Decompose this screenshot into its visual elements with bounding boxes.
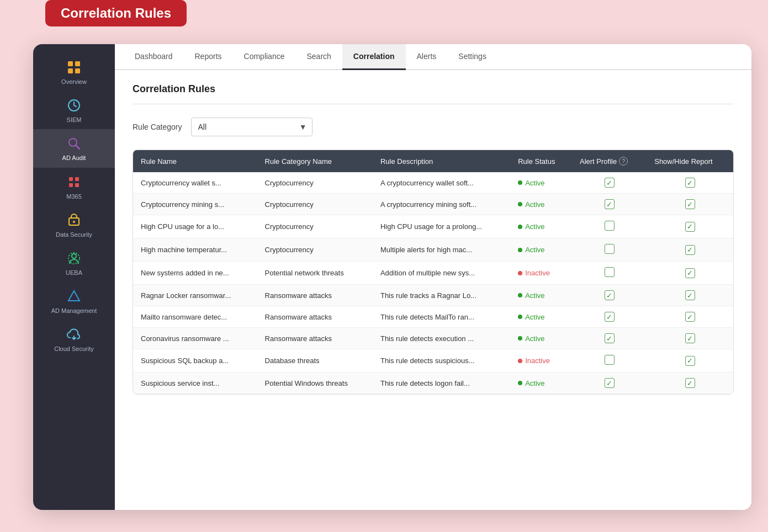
tab-reports[interactable]: Reports xyxy=(184,44,233,70)
siem-icon xyxy=(65,97,83,114)
nav-tabs: DashboardReportsComplianceSearchCorrelat… xyxy=(115,44,751,70)
th-alert-profile: Alert Profile? xyxy=(572,150,647,172)
alert-profile-checkbox[interactable] xyxy=(605,267,615,277)
sidebar-label-siem: SIEM xyxy=(67,116,82,124)
cell-show-hide: ✓ xyxy=(647,328,733,349)
cell-alert-profile: ✓ xyxy=(572,328,647,349)
page-divider xyxy=(133,104,734,104)
status-badge: Inactive xyxy=(518,357,550,365)
show-hide-checkbox[interactable]: ✓ xyxy=(685,222,695,232)
alert-profile-checkbox[interactable]: ✓ xyxy=(605,312,615,322)
th-rule-description: Rule Description xyxy=(373,150,510,172)
title-badge: Correlation Rules xyxy=(45,0,187,26)
svg-line-6 xyxy=(76,145,80,149)
cell-description: Multiple alerts for high mac... xyxy=(373,238,510,262)
sidebar-label-ueba: UEBA xyxy=(66,269,82,276)
sidebar-item-ueba[interactable]: UEBA xyxy=(33,244,115,282)
show-hide-checkbox[interactable]: ✓ xyxy=(685,178,695,188)
sidebar-label-cloud-security: Cloud Security xyxy=(54,345,94,353)
cloud-security-icon xyxy=(65,326,83,343)
sidebar-item-cloud-security[interactable]: Cloud Security xyxy=(33,320,115,358)
table-row: Cryptocurrency mining s...Cryptocurrency… xyxy=(133,194,733,215)
cell-description: Addition of multiple new sys... xyxy=(373,262,510,285)
status-badge: Inactive xyxy=(518,269,550,277)
cell-rule-name: New systems added in ne... xyxy=(133,262,257,285)
rules-table: Rule NameRule Category NameRule Descript… xyxy=(133,150,733,394)
sidebar-item-overview[interactable]: Overview xyxy=(33,53,115,91)
cell-category: Database threats xyxy=(257,349,373,373)
tab-search[interactable]: Search xyxy=(295,44,342,70)
status-text: Active xyxy=(525,200,544,209)
svg-rect-9 xyxy=(69,183,73,187)
cell-status: Active xyxy=(510,373,572,394)
th-alert-profile-wrapper: Alert Profile? xyxy=(580,157,639,166)
table-row: High machine temperatur...Cryptocurrency… xyxy=(133,238,733,262)
sidebar-item-ad-management[interactable]: AD Management xyxy=(33,282,115,320)
alert-profile-checkbox[interactable] xyxy=(605,355,615,365)
sidebar-item-m365[interactable]: M365 xyxy=(33,168,115,206)
status-text: Active xyxy=(525,179,544,187)
show-hide-checkbox[interactable]: ✓ xyxy=(685,268,695,278)
filter-row: Rule Category AllCryptocurrencyPotential… xyxy=(133,118,734,136)
status-dot xyxy=(518,315,522,319)
help-icon[interactable]: ? xyxy=(619,157,628,166)
svg-rect-10 xyxy=(75,183,79,187)
status-badge: Active xyxy=(518,291,544,300)
sidebar-item-data-security[interactable]: Data Security xyxy=(33,206,115,244)
table-row: Cryptocurrency wallet s...Cryptocurrency… xyxy=(133,172,733,194)
alert-profile-checkbox[interactable]: ✓ xyxy=(605,199,615,209)
cell-alert-profile xyxy=(572,262,647,285)
cell-rule-name: Cryptocurrency wallet s... xyxy=(133,172,257,194)
cell-description: This rule tracks a Ragnar Lo... xyxy=(373,285,510,306)
alert-profile-checkbox[interactable]: ✓ xyxy=(605,290,615,300)
ueba-icon xyxy=(65,249,83,267)
alert-profile-checkbox[interactable]: ✓ xyxy=(605,333,615,343)
ad-audit-icon xyxy=(65,135,83,152)
status-badge: Active xyxy=(518,379,544,387)
tab-correlation[interactable]: Correlation xyxy=(342,44,406,70)
cell-rule-name: High machine temperatur... xyxy=(133,238,257,262)
show-hide-checkbox[interactable]: ✓ xyxy=(685,356,695,366)
table-row: Mailto ransomware detec...Ransomware att… xyxy=(133,306,733,328)
rule-category-select[interactable]: AllCryptocurrencyPotential network threa… xyxy=(191,118,313,136)
status-dot xyxy=(518,202,522,206)
cell-category: Ransomware attacks xyxy=(257,328,373,349)
cell-show-hide: ✓ xyxy=(647,262,733,285)
table-row: New systems added in ne...Potential netw… xyxy=(133,262,733,285)
cell-alert-profile xyxy=(572,215,647,238)
sidebar-label-m365: M365 xyxy=(66,193,82,200)
show-hide-checkbox[interactable]: ✓ xyxy=(685,199,695,209)
status-text: Active xyxy=(525,291,544,300)
th-alert-profile-label: Alert Profile xyxy=(580,157,617,166)
show-hide-checkbox[interactable]: ✓ xyxy=(685,333,695,343)
page-content: Correlation Rules Rule Category AllCrypt… xyxy=(115,70,751,510)
status-text: Active xyxy=(525,313,544,321)
cell-description: This rule detects MailTo ran... xyxy=(373,306,510,328)
alert-profile-checkbox[interactable] xyxy=(605,221,615,231)
svg-rect-2 xyxy=(68,68,73,73)
alert-profile-checkbox[interactable] xyxy=(605,244,615,254)
main-window: OverviewSIEMAD AuditM365Data SecurityUEB… xyxy=(33,44,751,510)
alert-profile-checkbox[interactable]: ✓ xyxy=(605,178,615,188)
th-rule-status: Rule Status xyxy=(510,150,572,172)
tab-alerts[interactable]: Alerts xyxy=(406,44,448,70)
tab-dashboard[interactable]: Dashboard xyxy=(124,44,184,70)
sidebar-item-siem[interactable]: SIEM xyxy=(33,91,115,129)
tab-compliance[interactable]: Compliance xyxy=(233,44,296,70)
show-hide-checkbox[interactable]: ✓ xyxy=(685,245,695,255)
show-hide-checkbox[interactable]: ✓ xyxy=(685,312,695,322)
status-text: Active xyxy=(525,379,544,387)
svg-rect-7 xyxy=(69,177,73,181)
alert-profile-checkbox[interactable]: ✓ xyxy=(605,378,615,388)
status-dot xyxy=(518,248,522,252)
tab-settings[interactable]: Settings xyxy=(447,44,497,70)
cell-category: Potential Windows threats xyxy=(257,373,373,394)
filter-label: Rule Category xyxy=(133,123,182,131)
ad-management-icon xyxy=(65,288,83,305)
cell-rule-name: Cryptocurrency mining s... xyxy=(133,194,257,215)
cell-category: Cryptocurrency xyxy=(257,215,373,238)
show-hide-checkbox[interactable]: ✓ xyxy=(685,378,695,388)
cell-alert-profile: ✓ xyxy=(572,306,647,328)
sidebar-item-ad-audit[interactable]: AD Audit xyxy=(33,129,115,167)
show-hide-checkbox[interactable]: ✓ xyxy=(685,290,695,300)
